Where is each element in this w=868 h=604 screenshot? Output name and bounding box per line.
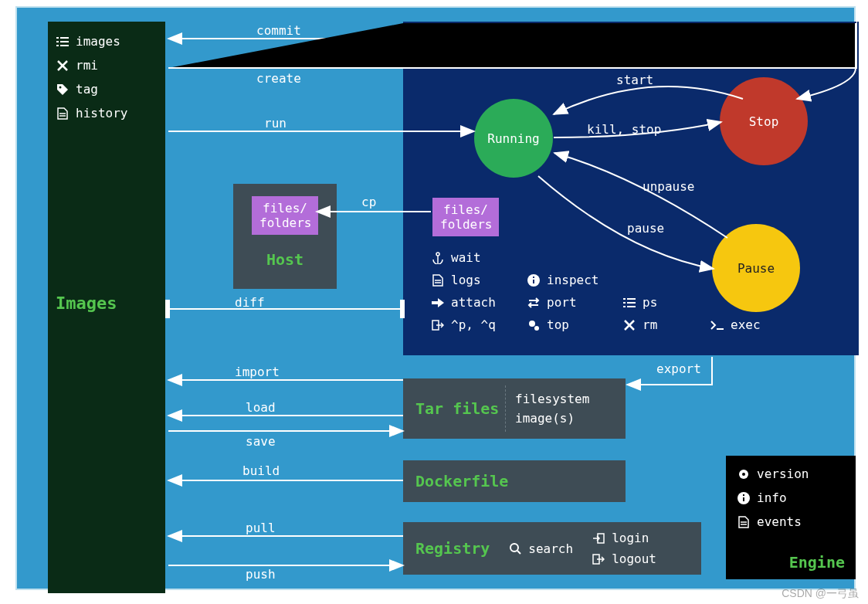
arrow-label-build: build bbox=[242, 463, 280, 478]
arrow-label-pull: pull bbox=[246, 521, 276, 535]
arrow-label-create: create bbox=[256, 71, 301, 86]
arrow-label-pause: pause bbox=[627, 221, 664, 236]
arrow-label-diff: diff bbox=[235, 295, 265, 310]
arrow-label-import: import bbox=[235, 365, 280, 379]
arrow-label-export: export bbox=[656, 361, 701, 376]
arrow-label-unpause: unpause bbox=[643, 179, 694, 194]
arrow-label-start: start bbox=[616, 73, 653, 87]
arrow-label-run: run bbox=[264, 116, 287, 131]
arrow-label-killstop: kill, stop bbox=[587, 122, 661, 137]
wires-global bbox=[17, 8, 857, 592]
arrow-label-save: save bbox=[246, 434, 276, 449]
diagram-canvas: images rmi tag history Images files/ fol… bbox=[15, 6, 856, 590]
arrow-label-load: load bbox=[246, 400, 276, 415]
arrow-label-commit: commit bbox=[256, 23, 301, 38]
arrow-label-push: push bbox=[246, 567, 276, 582]
arrow-label-cp: cp bbox=[361, 195, 376, 209]
